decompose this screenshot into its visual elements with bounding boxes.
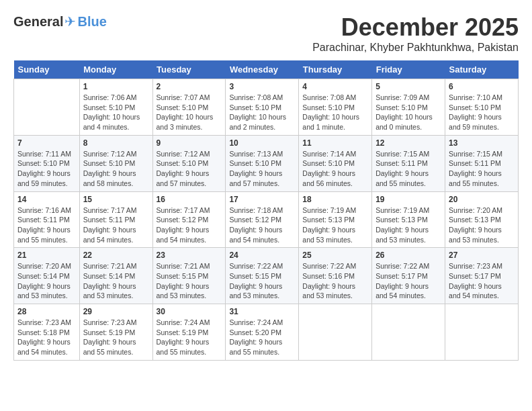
cell-info: Sunrise: 7:17 AMSunset: 5:11 PMDaylight:… [83,205,149,245]
month-year-title: December 2025 [312,13,519,42]
calendar-week-row: 7 Sunrise: 7:11 AMSunset: 5:10 PMDayligh… [14,135,519,191]
cell-info: Sunrise: 7:24 AMSunset: 5:20 PMDaylight:… [229,318,295,357]
calendar-cell: 3 Sunrise: 7:08 AMSunset: 5:10 PMDayligh… [226,79,299,136]
day-number: 6 [449,82,515,91]
calendar-cell: 6 Sunrise: 7:10 AMSunset: 5:10 PMDayligh… [445,79,519,136]
logo-icon: General ✈ [13,13,76,30]
calendar-cell [372,304,445,361]
calendar-cell: 16 Sunrise: 7:17 AMSunset: 5:12 PMDaylig… [152,191,226,248]
calendar-cell: 8 Sunrise: 7:12 AMSunset: 5:10 PMDayligh… [79,135,152,191]
cell-info: Sunrise: 7:13 AMSunset: 5:10 PMDaylight:… [229,149,295,189]
day-number: 22 [83,250,149,260]
day-number: 24 [229,250,295,260]
calendar-cell: 13 Sunrise: 7:15 AMSunset: 5:11 PMDaylig… [445,135,519,191]
calendar-cell [445,304,519,361]
cell-info: Sunrise: 7:23 AMSunset: 5:19 PMDaylight:… [83,318,149,357]
calendar-cell: 17 Sunrise: 7:18 AMSunset: 5:12 PMDaylig… [226,191,299,248]
logo-general-text: General [13,14,63,30]
calendar-week-row: 14 Sunrise: 7:16 AMSunset: 5:11 PMDaylig… [14,191,519,248]
day-number: 13 [449,138,515,148]
day-number: 20 [449,195,515,204]
cell-info: Sunrise: 7:20 AMSunset: 5:14 PMDaylight:… [17,261,76,301]
logo-bird-icon: ✈ [64,13,76,30]
day-number: 9 [157,138,222,148]
calendar-cell: 31 Sunrise: 7:24 AMSunset: 5:20 PMDaylig… [226,304,299,361]
day-number: 2 [157,82,222,91]
cell-info: Sunrise: 7:24 AMSunset: 5:19 PMDaylight:… [157,318,222,357]
location-text: Parachinar, Khyber Pakhtunkhwa, Pakistan [312,42,519,54]
calendar-cell: 26 Sunrise: 7:22 AMSunset: 5:17 PMDaylig… [372,248,445,304]
cell-info: Sunrise: 7:12 AMSunset: 5:10 PMDaylight:… [157,149,222,189]
calendar-cell: 20 Sunrise: 7:20 AMSunset: 5:13 PMDaylig… [445,191,519,248]
calendar-header-row: SundayMondayTuesdayWednesdayThursdayFrid… [14,60,519,79]
calendar-cell: 4 Sunrise: 7:08 AMSunset: 5:10 PMDayligh… [299,79,372,136]
day-header-friday: Friday [372,60,445,79]
day-number: 18 [302,195,368,204]
day-number: 25 [302,250,368,260]
day-number: 12 [375,138,441,148]
calendar-week-row: 21 Sunrise: 7:20 AMSunset: 5:14 PMDaylig… [14,248,519,304]
calendar-cell: 27 Sunrise: 7:23 AMSunset: 5:17 PMDaylig… [445,248,519,304]
cell-info: Sunrise: 7:21 AMSunset: 5:14 PMDaylight:… [83,261,149,301]
day-number: 26 [375,250,441,260]
day-header-wednesday: Wednesday [226,60,299,79]
cell-info: Sunrise: 7:17 AMSunset: 5:12 PMDaylight:… [157,205,222,245]
calendar-cell: 23 Sunrise: 7:21 AMSunset: 5:15 PMDaylig… [152,248,226,304]
day-header-thursday: Thursday [299,60,372,79]
day-number: 27 [449,250,515,260]
day-number: 29 [83,307,149,316]
calendar-cell [14,79,80,136]
day-number: 7 [17,138,76,148]
day-number: 3 [229,82,295,91]
day-number: 23 [157,250,222,260]
day-number: 15 [83,195,149,204]
cell-info: Sunrise: 7:12 AMSunset: 5:10 PMDaylight:… [83,149,149,189]
cell-info: Sunrise: 7:11 AMSunset: 5:10 PMDaylight:… [17,149,76,189]
calendar-table: SundayMondayTuesdayWednesdayThursdayFrid… [13,60,519,361]
calendar-cell: 30 Sunrise: 7:24 AMSunset: 5:19 PMDaylig… [152,304,226,361]
day-header-sunday: Sunday [14,60,80,79]
day-number: 8 [83,138,149,148]
day-number: 4 [302,82,368,91]
calendar-cell: 7 Sunrise: 7:11 AMSunset: 5:10 PMDayligh… [14,135,80,191]
cell-info: Sunrise: 7:18 AMSunset: 5:12 PMDaylight:… [229,205,295,245]
calendar-cell: 24 Sunrise: 7:22 AMSunset: 5:15 PMDaylig… [226,248,299,304]
day-header-tuesday: Tuesday [152,60,226,79]
day-header-monday: Monday [79,60,152,79]
calendar-cell: 15 Sunrise: 7:17 AMSunset: 5:11 PMDaylig… [79,191,152,248]
day-number: 30 [157,307,222,316]
day-number: 19 [375,195,441,204]
cell-info: Sunrise: 7:06 AMSunset: 5:10 PMDaylight:… [83,93,149,132]
cell-info: Sunrise: 7:10 AMSunset: 5:10 PMDaylight:… [449,93,515,132]
day-number: 5 [375,82,441,91]
cell-info: Sunrise: 7:23 AMSunset: 5:17 PMDaylight:… [449,261,515,301]
calendar-week-row: 28 Sunrise: 7:23 AMSunset: 5:18 PMDaylig… [14,304,519,361]
calendar-cell: 29 Sunrise: 7:23 AMSunset: 5:19 PMDaylig… [79,304,152,361]
day-number: 28 [17,307,76,316]
day-number: 14 [17,195,76,204]
calendar-cell: 22 Sunrise: 7:21 AMSunset: 5:14 PMDaylig… [79,248,152,304]
calendar-week-row: 1 Sunrise: 7:06 AMSunset: 5:10 PMDayligh… [14,79,519,136]
calendar-cell [299,304,372,361]
cell-info: Sunrise: 7:22 AMSunset: 5:15 PMDaylight:… [229,261,295,301]
calendar-cell: 12 Sunrise: 7:15 AMSunset: 5:11 PMDaylig… [372,135,445,191]
calendar-cell: 28 Sunrise: 7:23 AMSunset: 5:18 PMDaylig… [14,304,80,361]
logo: General ✈ Blue [13,13,107,30]
calendar-cell: 11 Sunrise: 7:14 AMSunset: 5:10 PMDaylig… [299,135,372,191]
cell-info: Sunrise: 7:08 AMSunset: 5:10 PMDaylight:… [302,93,368,132]
day-number: 1 [83,82,149,91]
cell-info: Sunrise: 7:22 AMSunset: 5:16 PMDaylight:… [302,261,368,301]
day-number: 11 [302,138,368,148]
calendar-cell: 5 Sunrise: 7:09 AMSunset: 5:10 PMDayligh… [372,79,445,136]
day-number: 16 [157,195,222,204]
cell-info: Sunrise: 7:21 AMSunset: 5:15 PMDaylight:… [157,261,222,301]
calendar-cell: 19 Sunrise: 7:19 AMSunset: 5:13 PMDaylig… [372,191,445,248]
cell-info: Sunrise: 7:19 AMSunset: 5:13 PMDaylight:… [375,205,441,245]
calendar-cell: 10 Sunrise: 7:13 AMSunset: 5:10 PMDaylig… [226,135,299,191]
calendar-cell: 18 Sunrise: 7:19 AMSunset: 5:13 PMDaylig… [299,191,372,248]
cell-info: Sunrise: 7:16 AMSunset: 5:11 PMDaylight:… [17,205,76,245]
day-number: 21 [17,250,76,260]
title-section: December 2025 Parachinar, Khyber Pakhtun… [312,13,519,54]
cell-info: Sunrise: 7:09 AMSunset: 5:10 PMDaylight:… [375,93,441,132]
day-number: 17 [229,195,295,204]
